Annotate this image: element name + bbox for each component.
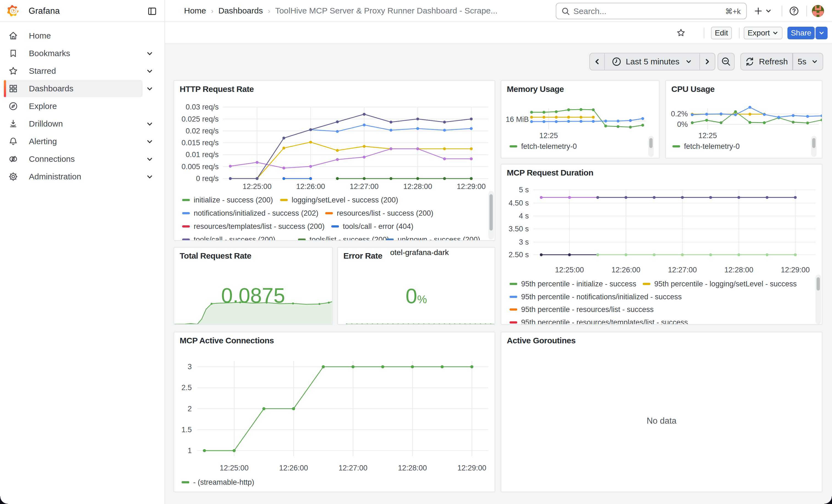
svg-text:5 s: 5 s <box>519 186 529 194</box>
svg-text:12:28:00: 12:28:00 <box>724 266 753 274</box>
svg-text:4.50 s: 4.50 s <box>509 199 529 207</box>
svg-text:12:29:00: 12:29:00 <box>457 182 486 191</box>
svg-text:1.5: 1.5 <box>181 426 192 434</box>
svg-text:12:29:00: 12:29:00 <box>457 464 486 472</box>
svg-text:0%: 0% <box>677 120 688 129</box>
svg-text:12:27:00: 12:27:00 <box>668 266 697 274</box>
svg-text:4 s: 4 s <box>519 212 529 220</box>
svg-text:12:25:00: 12:25:00 <box>555 266 584 274</box>
svg-text:12:26:00: 12:26:00 <box>296 182 325 191</box>
svg-text:16 MiB: 16 MiB <box>506 115 529 124</box>
svg-text:12:27:00: 12:27:00 <box>350 182 379 191</box>
svg-text:0.01 req/s: 0.01 req/s <box>186 151 219 159</box>
svg-text:12:25:00: 12:25:00 <box>243 182 271 191</box>
svg-text:0.2%: 0.2% <box>671 110 688 118</box>
svg-text:12:26:00: 12:26:00 <box>612 266 640 274</box>
svg-text:0.025 req/s: 0.025 req/s <box>182 115 219 123</box>
svg-text:12:28:00: 12:28:00 <box>404 182 432 191</box>
svg-text:0.015 req/s: 0.015 req/s <box>182 139 219 147</box>
svg-text:12:25: 12:25 <box>698 132 717 140</box>
svg-text:3: 3 <box>188 363 192 371</box>
svg-text:0.005 req/s: 0.005 req/s <box>182 163 219 171</box>
svg-text:12:27:00: 12:27:00 <box>338 464 367 472</box>
svg-text:12:25: 12:25 <box>539 132 558 140</box>
svg-text:3.50 s: 3.50 s <box>509 225 529 233</box>
svg-text:2.50 s: 2.50 s <box>509 250 529 259</box>
svg-text:12:29:00: 12:29:00 <box>781 266 810 274</box>
svg-text:12:28:00: 12:28:00 <box>398 464 427 472</box>
svg-text:0.03 req/s: 0.03 req/s <box>186 103 219 111</box>
svg-text:1: 1 <box>188 447 192 455</box>
svg-text:12:26:00: 12:26:00 <box>279 464 308 472</box>
svg-text:3 s: 3 s <box>519 238 529 246</box>
svg-text:0 req/s: 0 req/s <box>196 175 219 183</box>
svg-text:2.5: 2.5 <box>181 383 192 392</box>
svg-text:2: 2 <box>188 405 192 413</box>
svg-text:0.02 req/s: 0.02 req/s <box>186 127 219 135</box>
svg-text:12:25:00: 12:25:00 <box>219 464 249 472</box>
